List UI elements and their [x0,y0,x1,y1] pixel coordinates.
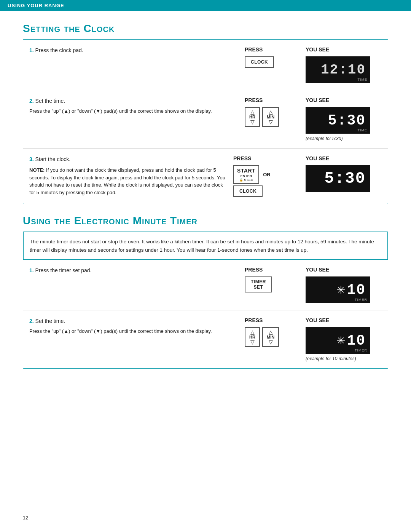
clock-step-3-press-group: START ENTER 🔒 5 SEC OR CLOCK [233,165,302,197]
timer-display-asterisk-step2: ✳ [336,334,345,347]
clock-start-label: START [237,168,255,174]
timer-step-1-yousee-header: YOU SEE [306,267,329,273]
clock-step-1-label: Press the clock pad. [35,47,83,53]
clock-step-1-num: 1. [29,47,34,53]
clock-step-2-row: 2. Set the time. Press the "up" (▲) or "… [23,90,388,149]
clock-step-2-num: 2. [29,98,34,104]
timer-step-2-row: 2. Set the time. Press the "up" (▲) or "… [23,310,388,368]
clock-display-sub-step1: TIME [358,78,368,81]
clock-min-down-arrow: ▽ [269,119,273,125]
clock-display-step1: 12:10 TIME [306,56,370,83]
clock-start-pad[interactable]: START ENTER 🔒 5 SEC [233,165,259,184]
clock-step-2-label: Set the time. [34,98,65,104]
clock-hr-down-arrow: ▽ [250,119,255,125]
timer-example-step2: (example for 10 minutes) [306,356,356,361]
clock-section-title: Setting the Clock [23,22,388,35]
clock-enter-label: ENTER [241,174,252,178]
timer-display-sub-step2: TIMER [355,348,367,352]
clock-lock-label: 🔒 5 SEC [239,178,253,182]
timer-hr-down-arrow: ▽ [250,339,255,345]
timer-step-2-arrows: △ HR ▽ △ MIN ▽ [245,327,279,347]
timer-step-1-press-col: PRESS TIMER SET [245,267,306,292]
timer-outer-box: The minute timer does not start or stop … [23,232,388,369]
timer-display-step2: ✳ 10 TIMER [306,327,370,354]
clock-step-3-label: Start the clock. [34,156,70,162]
timer-set-label-line2: SET [254,284,263,290]
clock-step-3-press-header: PRESS [233,155,251,161]
timer-min-up-arrow: △ [269,329,273,335]
clock-step-2-yousee-header: YOU SEE [306,97,329,103]
timer-section-title: Using the Electronic Minute Timer [23,215,388,227]
timer-set-button-step1[interactable]: TIMER SET [245,276,272,292]
timer-step-2-yousee-col: YOU SEE ✳ 10 TIMER (example for 10 minut… [306,317,382,361]
timer-description-text: The minute timer does not start or stop … [30,239,374,253]
timer-step-2-text: 2. Set the time. Press the "up" (▲) or "… [29,317,245,335]
clock-step-1-press-col: PRESS CLOCK [245,46,306,68]
clock-step-3-yousee-col: YOU SEE 5:30 [306,155,382,192]
timer-step-2-yousee-header: YOU SEE [306,317,329,323]
timer-step-2-press-col: PRESS △ HR ▽ △ MIN ▽ [245,317,306,347]
timer-description: The minute timer does not start or stop … [23,232,388,260]
clock-step-2-yousee-col: YOU SEE 5:30 TIME (example for 5:30) [306,97,382,141]
clock-instruction-box: 1. Press the clock pad. PRESS CLOCK YOU … [23,39,388,204]
timer-step-1-press-header: PRESS [245,267,263,273]
timer-set-label-line1: TIMER [251,279,266,284]
clock-hr-arrow-pad[interactable]: △ HR ▽ [245,107,260,127]
timer-display-time-step1: 10 [347,282,366,298]
timer-step-1-row: 1. Press the timer set pad. PRESS TIMER … [23,260,388,310]
timer-display-sub-step1: TIMER [355,298,367,302]
timer-display-step1: ✳ 10 TIMER [306,276,370,303]
header-bar: Using Your Range [0,0,411,11]
clock-step-3-yousee-header: YOU SEE [306,155,329,161]
clock-step-1-yousee-col: YOU SEE 12:10 TIME [306,46,382,83]
header-label: Using Your Range [8,3,64,8]
clock-step-2-press-col: PRESS △ HR ▽ △ MIN ▽ [245,97,306,127]
clock-button-step3[interactable]: CLOCK [233,185,263,197]
clock-display-time-step2: 5:30 [328,112,366,129]
timer-step-1-yousee-col: YOU SEE ✳ 10 TIMER [306,267,382,303]
clock-step-3-text: 3. Start the clock. NOTE: If you do not … [29,155,233,196]
timer-display-time-step2: 10 [347,332,366,349]
clock-step-2-subtext: Press the "up" (▲) or "down" (▼) pad(s) … [29,107,237,115]
clock-button-step1[interactable]: CLOCK [245,56,274,68]
timer-step-1-text: 1. Press the timer set pad. [29,267,245,275]
timer-step-2-label: Set the time. [34,318,65,324]
timer-hr-arrow-pad[interactable]: △ HR ▽ [245,327,260,347]
page-number: 12 [23,515,28,521]
clock-display-step3: 5:30 [306,165,370,192]
clock-step-2-arrows: △ HR ▽ △ MIN ▽ [245,107,279,127]
clock-step-3-num: 3. [29,156,34,162]
timer-step-1-num: 1. [29,267,34,273]
clock-step-3-press-col: PRESS START ENTER 🔒 5 SEC OR CLOCK [233,155,306,197]
timer-step-2-num: 2. [29,318,34,324]
clock-step-1-row: 1. Press the clock pad. PRESS CLOCK YOU … [23,40,388,90]
timer-min-arrow-pad[interactable]: △ MIN ▽ [262,327,279,347]
clock-step-1-yousee-header: YOU SEE [306,46,329,53]
clock-display-time-step1: 12:10 [321,62,366,78]
clock-display-step2: 5:30 TIME [306,107,370,134]
clock-display-time-step3: 5:30 [324,169,366,188]
clock-min-up-arrow: △ [269,109,273,115]
clock-step-1-text: 1. Press the clock pad. [29,46,245,54]
clock-step-1-press-header: PRESS [245,46,263,53]
clock-note-bold: NOTE: [29,167,45,173]
timer-step-2-press-header: PRESS [245,317,263,323]
clock-step-3-row: 3. Start the clock. NOTE: If you do not … [23,149,388,204]
timer-step-1-label: Press the timer set pad. [35,267,92,273]
timer-display-asterisk-step1: ✳ [336,284,345,296]
clock-hr-up-arrow: △ [250,109,255,115]
clock-example-step2: (example for 5:30) [306,136,342,141]
clock-display-sub-step2: TIME [358,128,368,132]
clock-min-arrow-pad[interactable]: △ MIN ▽ [262,107,279,127]
clock-step-2-press-header: PRESS [245,97,263,103]
timer-hr-up-arrow: △ [250,329,255,335]
clock-step-3-note: NOTE: If you do not want the clock time … [29,166,226,196]
clock-note-body: If you do not want the clock time displa… [29,167,225,195]
timer-min-down-arrow: ▽ [269,339,273,345]
clock-step-2-text: 2. Set the time. Press the "up" (▲) or "… [29,97,245,115]
timer-step-2-subtext: Press the "up" (▲) or "down" (▼) pad(s) … [29,328,237,335]
clock-or-text: OR [263,172,271,177]
